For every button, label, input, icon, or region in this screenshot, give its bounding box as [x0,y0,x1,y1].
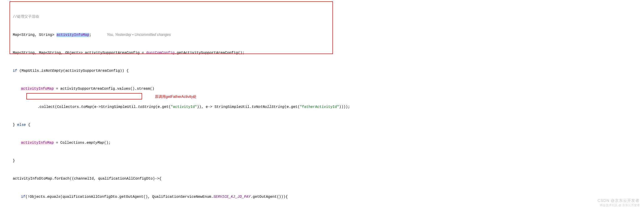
code-text: (e.get( [284,105,300,109]
field-ref: duccComConfig [146,51,175,55]
code-line[interactable]: } [0,158,644,164]
code-text: )))); [339,105,350,109]
static-method: toMap [81,105,92,109]
code-line[interactable]: activityInfoMap = activitySupportAreaCon… [0,86,644,92]
code-text: } [13,123,17,127]
keyword: if [21,195,25,199]
code-text: (MapUtils. [17,69,41,73]
code-text: (activitySupportAreaConfig)) { [63,69,129,73]
variable-usage: activityInfoMap [21,87,54,91]
code-text: .getOutAgent())){ [250,195,288,199]
keyword: if [13,69,17,73]
string-literal: "fatherActivityId" [300,105,339,109]
watermark-secondary: 稀金技术社区 @ 京东云开发者 [600,203,640,208]
code-text: { [26,123,30,127]
annotation-text: 原调用getFatherActivity处 [155,94,196,100]
code-line[interactable]: //处理父子活动 [0,14,644,20]
code-line[interactable]: Map<String, String> activityInfoMap; You… [0,32,644,38]
static-method: toNotNullString [252,105,284,109]
git-blame-hint: You, Yesterday • Uncommitted changes [107,33,171,37]
code-line[interactable]: .collect(Collectors.toMap(e->StringSimpl… [0,104,644,110]
code-text: Map<String, String> [13,33,56,37]
code-line[interactable]: } else { [0,122,644,128]
code-line[interactable]: activityInfoMap = Collections.emptyMap()… [0,140,644,146]
string-literal: "activityId" [171,105,197,109]
code-text: activityInfoDtoMap.forEach((channelId, q… [13,177,162,181]
selected-variable[interactable]: activityInfoMap [56,33,89,37]
code-text: } [13,159,15,163]
code-text: (qualificationAllConfigDto.getOutAgent()… [60,195,214,199]
code-editor[interactable]: //处理父子活动 Map<String, String> activityInf… [0,2,644,208]
code-text: = Collections. [54,141,86,145]
code-text: )), e-> StringSimpleUtil. [197,105,252,109]
static-method: isNotEmpty [41,69,63,73]
code-text: .getActivitySupportAreaConfig(); [175,51,244,55]
code-line[interactable]: activityInfoDtoMap.forEach((channelId, q… [0,176,644,182]
keyword: else [17,123,26,127]
code-line[interactable]: if (MapUtils.isNotEmpty(activitySupportA… [0,68,644,74]
code-text: (e.get( [156,105,171,109]
code-line[interactable]: if(!Objects.equals(qualificationAllConfi… [0,194,644,200]
code-line[interactable]: Map<String, Map<String, Object>> activit… [0,50,644,56]
code-text: ; [89,33,92,37]
comment: //处理父子活动 [13,15,39,19]
static-method: equals [47,195,60,199]
static-method: emptyMap [86,141,104,145]
variable-usage: activityInfoMap [21,141,54,145]
code-text: = activitySupportAreaConfig.values().str… [54,87,154,91]
code-text: (e->StringSimpleUtil. [92,105,138,109]
static-method: toString [138,105,156,109]
enum-constant: SERVICE_KJ_JD_PAY [214,195,250,199]
code-text: Map<String, Map<String, Object>> activit… [13,51,146,55]
code-text: (!Objects. [25,195,47,199]
code-text: .collect(Collectors. [37,105,81,109]
code-text: (); [104,141,111,145]
